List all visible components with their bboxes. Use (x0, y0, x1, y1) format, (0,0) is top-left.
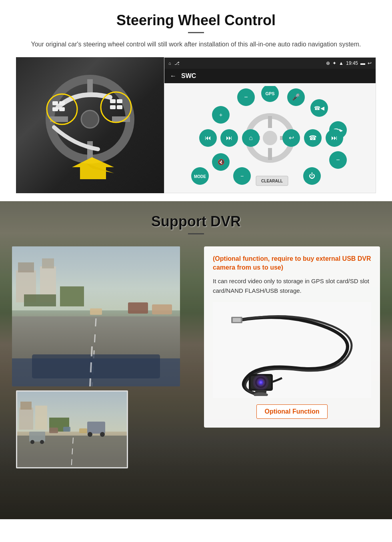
svg-rect-76 (19, 408, 33, 430)
svg-text:⏮: ⏮ (205, 134, 211, 141)
svg-rect-92 (233, 318, 241, 322)
dvr-divider (188, 233, 204, 234)
svg-rect-66 (24, 294, 56, 306)
time-display: 19:45 (346, 60, 358, 66)
dvr-thumb-svg (17, 392, 128, 468)
svg-rect-14 (110, 105, 116, 109)
svg-text:↩: ↩ (289, 134, 294, 141)
optional-function-button[interactable]: Optional Function (256, 404, 328, 419)
swc-title: Steering Wheel Control (16, 12, 376, 29)
svg-text:🎤: 🎤 (292, 93, 300, 101)
svg-text:☎: ☎ (309, 134, 317, 141)
svg-point-87 (100, 432, 105, 437)
svg-rect-65 (60, 286, 84, 306)
svg-text:MODE: MODE (194, 174, 206, 179)
swc-interface-svg: − GPS 🎤 ☎◀ + ☎▶ (172, 86, 368, 190)
dvr-left-column (12, 246, 200, 468)
svg-text:⏭: ⏭ (331, 134, 338, 141)
dvr-main-image (12, 246, 180, 386)
swc-content: ⌂ ⎇ ⊕ ✦ ▲ 19:45 ▬ ↩ ← SWC (16, 57, 376, 193)
svg-rect-8 (52, 101, 58, 105)
wifi-icon: ▲ (339, 60, 344, 66)
svg-rect-75 (17, 392, 128, 432)
svg-rect-73 (32, 354, 160, 378)
svg-text:CLEARALL: CLEARALL (261, 179, 283, 183)
svg-rect-71 (90, 308, 102, 315)
svg-text:⏻: ⏻ (309, 172, 315, 179)
swc-divider (188, 32, 204, 33)
svg-point-86 (88, 432, 92, 437)
svg-rect-78 (35, 406, 47, 430)
dvr-info-card: (Optional function, require to buy exter… (204, 246, 380, 428)
svg-point-90 (40, 440, 44, 444)
svg-rect-13 (117, 99, 122, 103)
svg-text:−: − (244, 94, 248, 100)
dvr-camera-svg (216, 304, 368, 396)
svg-point-5 (81, 110, 99, 128)
svg-rect-82 (49, 428, 58, 433)
swc-statusbar-right: ⊕ ✦ ▲ 19:45 ▬ ↩ (326, 60, 372, 66)
svg-rect-9 (59, 101, 65, 105)
dvr-section: Support DVR (0, 201, 392, 519)
svg-text:−: − (336, 156, 340, 163)
svg-rect-62 (18, 262, 34, 272)
topbar-screen-label: SWC (181, 72, 196, 80)
svg-text:☎◀: ☎◀ (314, 105, 324, 111)
dvr-optional-text: (Optional function, require to buy exter… (213, 254, 371, 272)
battery-icon: ▬ (360, 60, 365, 66)
optional-function-container: Optional Function (213, 404, 371, 419)
svg-rect-88 (29, 432, 45, 442)
svg-text:GPS: GPS (265, 91, 274, 96)
back-nav-icon: ↩ (368, 60, 372, 66)
swc-photo-inner (16, 57, 164, 193)
svg-rect-77 (20, 402, 32, 410)
svg-rect-15 (117, 105, 122, 109)
dvr-title: Support DVR (0, 213, 392, 230)
svg-rect-84 (79, 428, 87, 433)
svg-text:−: − (240, 173, 244, 179)
steering-wheel-photo-svg (22, 61, 158, 189)
svg-point-89 (30, 440, 34, 444)
swc-subtitle: Your original car's steering wheel contr… (16, 40, 376, 49)
dvr-camera-image (213, 302, 371, 398)
dvr-thumb-image (16, 390, 128, 468)
svg-rect-70 (152, 304, 172, 314)
dvr-title-area: Support DVR (0, 201, 392, 242)
swc-interface: ⌂ ⎇ ⊕ ✦ ▲ 19:45 ▬ ↩ ← SWC (164, 57, 376, 193)
svg-text:+: + (219, 112, 222, 118)
swc-statusbar: ⌂ ⎇ ⊕ ✦ ▲ 19:45 ▬ ↩ (164, 58, 376, 69)
swc-body: − GPS 🎤 ☎◀ + ☎▶ (164, 83, 376, 193)
home-icon: ⌂ (168, 61, 171, 66)
svg-rect-12 (110, 99, 116, 103)
svg-rect-69 (128, 302, 148, 314)
svg-text:⏭: ⏭ (226, 134, 232, 141)
dvr-description: It can record video only to storage in G… (213, 276, 371, 296)
svg-rect-85 (87, 422, 105, 434)
dvr-content: (Optional function, require to buy exter… (0, 242, 392, 480)
swc-topbar: ← SWC (164, 69, 376, 83)
swc-section: Steering Wheel Control Your original car… (0, 0, 392, 201)
road-scene-svg (12, 246, 180, 386)
topbar-back-button[interactable]: ← (170, 72, 176, 80)
svg-point-23 (263, 131, 277, 145)
swc-photo (16, 57, 164, 193)
svg-rect-11 (59, 107, 65, 111)
svg-rect-83 (63, 427, 70, 432)
usb-icon: ⎇ (174, 61, 180, 66)
svg-text:🔇: 🔇 (218, 159, 225, 166)
svg-point-99 (253, 374, 269, 390)
svg-rect-10 (52, 107, 58, 111)
svg-text:⌂: ⌂ (249, 134, 253, 141)
bluetooth-icon: ✦ (332, 60, 336, 66)
gps-icon: ⊕ (326, 60, 330, 66)
svg-rect-64 (42, 258, 54, 268)
swc-statusbar-left: ⌂ ⎇ (168, 61, 180, 66)
